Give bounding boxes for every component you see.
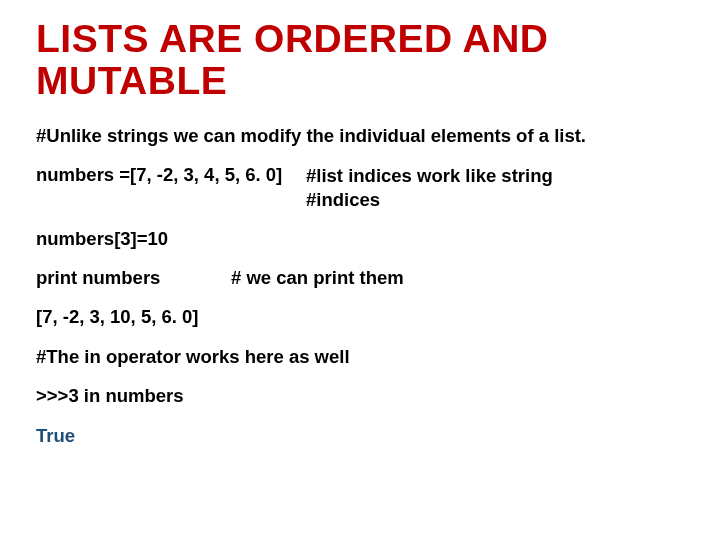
assign-row: numbers =[7, -2, 3, 4, 5, 6. 0] #list in… — [36, 164, 684, 211]
assign-comment: #list indices work like string #indices — [306, 164, 684, 211]
assign-code: numbers =[7, -2, 3, 4, 5, 6. 0] — [36, 164, 306, 186]
print-row: print numbers # we can print them — [36, 267, 684, 289]
in-operator-comment: #The in operator works here as well — [36, 345, 684, 369]
result-true: True — [36, 424, 684, 448]
slide-title: LISTS ARE ORDERED AND MUTABLE — [36, 18, 684, 102]
intro-text: #Unlike strings we can modify the indivi… — [36, 124, 684, 148]
slide: LISTS ARE ORDERED AND MUTABLE #Unlike st… — [0, 0, 720, 540]
slide-body: #Unlike strings we can modify the indivi… — [36, 124, 684, 447]
in-operator-line: >>>3 in numbers — [36, 384, 684, 408]
output-list: [7, -2, 3, 10, 5, 6. 0] — [36, 305, 684, 329]
print-comment: # we can print them — [231, 267, 404, 289]
assign-comment-line2: #indices — [306, 189, 380, 210]
print-code: print numbers — [36, 267, 231, 289]
mutate-line: numbers[3]=10 — [36, 227, 684, 251]
assign-comment-line1: #list indices work like string — [306, 165, 553, 186]
